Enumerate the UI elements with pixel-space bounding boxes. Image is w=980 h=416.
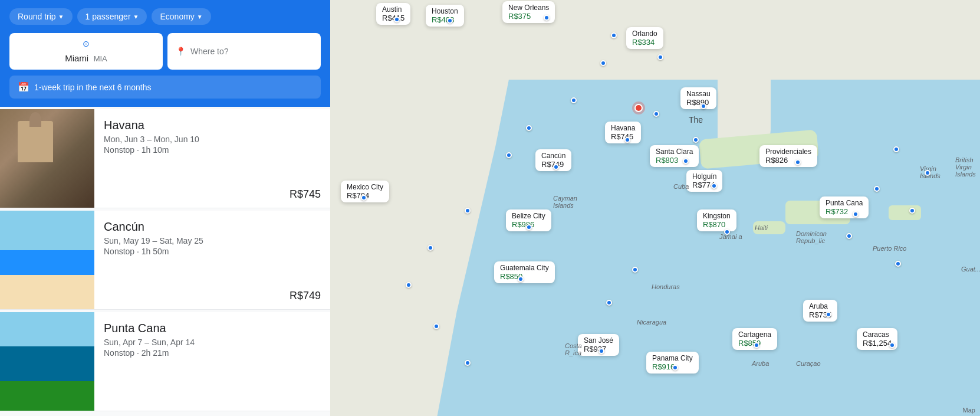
austin-city: Austin (382, 5, 405, 14)
havana-thumbnail (0, 109, 94, 208)
dot-misc16 (874, 186, 880, 192)
price-label-kingston[interactable]: Kingston R$870 (697, 209, 736, 231)
havana-price: R$745 (104, 188, 321, 201)
result-item-havana[interactable]: Havana Mon, Jun 3 – Mon, Jun 10 Nonstop … (0, 109, 330, 208)
puertorico-label: Puerto Rico (873, 245, 906, 252)
providenciales-price: R$826 (765, 156, 811, 165)
dot-misc4 (526, 125, 532, 131)
dot-misc10 (465, 360, 471, 366)
date-field[interactable]: 📅 1-week trip in the next 6 months (9, 76, 321, 99)
origin-icon: ⊙ (83, 39, 90, 48)
passengers-label: 1 passenger (85, 12, 131, 21)
dot-providenciales (795, 159, 801, 165)
dot-orlando (657, 54, 663, 60)
result-item-cancun[interactable]: Cancún Sun, May 19 – Sat, May 25 Nonstop… (0, 211, 330, 310)
destination-field[interactable]: 📍 Where to? (167, 33, 321, 70)
havana-flight: Nonstop · 1h 10m (104, 145, 321, 155)
santaclara-city: Santa Clara (656, 148, 693, 156)
price-label-guatemalacity[interactable]: Guatemala City R$850 (494, 261, 555, 283)
the-text-label: The (689, 115, 703, 125)
dot-belizecity (526, 224, 532, 230)
date-label: 1-week trip in the next 6 months (34, 83, 151, 92)
origin-marker-inner (634, 104, 643, 112)
providenciales-city: Providenciales (765, 148, 811, 156)
cancun-dates: Sun, May 19 – Sat, May 25 (104, 236, 321, 245)
dot-puntacana (853, 211, 859, 217)
dot-panamacity (672, 365, 678, 371)
british-vi-label: BritishVirginIslands (955, 156, 976, 178)
havana-map-city: Havana (611, 124, 635, 132)
destination-icon: 📍 (176, 47, 186, 56)
neworleans-city: New Orleans (508, 4, 549, 12)
dot-misc2 (600, 60, 606, 66)
origin-marker (632, 101, 645, 114)
price-label-havana[interactable]: Havana R$745 (605, 122, 641, 143)
nicaragua-label: Nicaragua (637, 319, 666, 326)
price-label-holguin[interactable]: Holguín R$774 (686, 170, 722, 192)
haiti-label: Haiti (755, 224, 768, 231)
dot-misc13 (909, 208, 915, 214)
price-label-orlando[interactable]: Orlando R$334 (626, 27, 663, 49)
havana-info: Havana Mon, Jun 3 – Mon, Jun 10 Nonstop … (94, 109, 330, 208)
trip-options: Round trip ▼ 1 passenger ▼ Economy ▼ (9, 8, 321, 25)
search-fields: ⊙ Miami MIA 📍 Where to? (9, 33, 321, 70)
result-item-puntacana[interactable]: Punta Cana Sun, Apr 7 – Sun, Apr 14 Nons… (0, 312, 330, 411)
kingston-price: R$870 (703, 220, 731, 229)
price-label-nassau[interactable]: Nassau R$890 (680, 87, 716, 109)
passengers-button[interactable]: 1 passenger ▼ (77, 8, 147, 25)
price-label-austin[interactable]: Austin R$415 (376, 3, 410, 25)
mexicocity-city: Mexico City (347, 183, 383, 191)
dot-misc3 (571, 97, 577, 103)
price-label-panamacity[interactable]: Panama City R$916 (646, 352, 699, 374)
curacao-label: Curaçao (796, 360, 821, 367)
dot-guatemalacity (518, 276, 524, 282)
dot-misc11 (846, 233, 852, 239)
dot-misc17 (653, 111, 659, 117)
dominicanrepublic-label: DominicanRepub_lic (796, 230, 827, 244)
puntacana-thumbnail (0, 312, 94, 411)
sanjose-city: San José (584, 336, 613, 345)
cartagena-city: Cartagena (738, 330, 771, 339)
cancun-image (0, 211, 94, 309)
havana-map-price: R$745 (611, 132, 635, 141)
dot-havana (624, 137, 630, 143)
kingston-city: Kingston (703, 212, 731, 220)
land-puertorico (889, 205, 921, 220)
cuba-label: Cuba (673, 183, 689, 190)
dot-caracas (889, 342, 895, 348)
round-trip-label: Round trip (18, 12, 56, 21)
price-label-aruba[interactable]: Aruba R$735 (803, 300, 837, 322)
round-trip-button[interactable]: Round trip ▼ (9, 8, 73, 25)
dot-austin (394, 17, 400, 22)
holguin-city: Holguín (692, 172, 716, 181)
origin-field[interactable]: ⊙ Miami MIA (9, 33, 163, 70)
cabin-class-button[interactable]: Economy ▼ (152, 8, 211, 25)
belizecity-city: Belize City (512, 212, 545, 220)
dot-kingston (724, 229, 730, 235)
cabin-class-label: Economy (160, 12, 194, 21)
dot-aruba (826, 312, 831, 317)
origin-text-group: Miami MIA (65, 53, 107, 64)
price-label-puntacana[interactable]: Punta Cana R$732 (820, 196, 869, 218)
results-list: Havana Mon, Jun 3 – Mon, Jun 10 Nonstop … (0, 107, 330, 416)
destination-placeholder: Where to? (190, 47, 229, 56)
guatemalacity-price: R$850 (500, 272, 549, 281)
price-label-houston[interactable]: Houston R$408 (426, 5, 464, 27)
houston-city: Houston (432, 7, 458, 15)
dot-nassau (701, 103, 706, 109)
cayman-islands-label: CaymanIslands (553, 195, 577, 209)
price-label-santaclara[interactable]: Santa Clara R$803 (650, 145, 699, 167)
houston-price: R$408 (432, 15, 458, 24)
dot-misc18 (693, 137, 699, 143)
austin-price: R$415 (382, 14, 405, 22)
costarica-label: CostaR_ica (565, 342, 582, 356)
dot-misc8 (406, 282, 412, 288)
havana-dates: Mon, Jun 3 – Mon, Jun 10 (104, 135, 321, 144)
dot-neworleans (544, 15, 550, 21)
cancun-price: R$749 (104, 290, 321, 302)
price-label-providenciales[interactable]: Providenciales R$826 (759, 145, 817, 167)
dot-mexicocity (361, 195, 367, 201)
dot-misc19 (632, 267, 638, 273)
cancun-map-city: Cancún (541, 152, 565, 160)
dot-cancun (553, 164, 559, 170)
